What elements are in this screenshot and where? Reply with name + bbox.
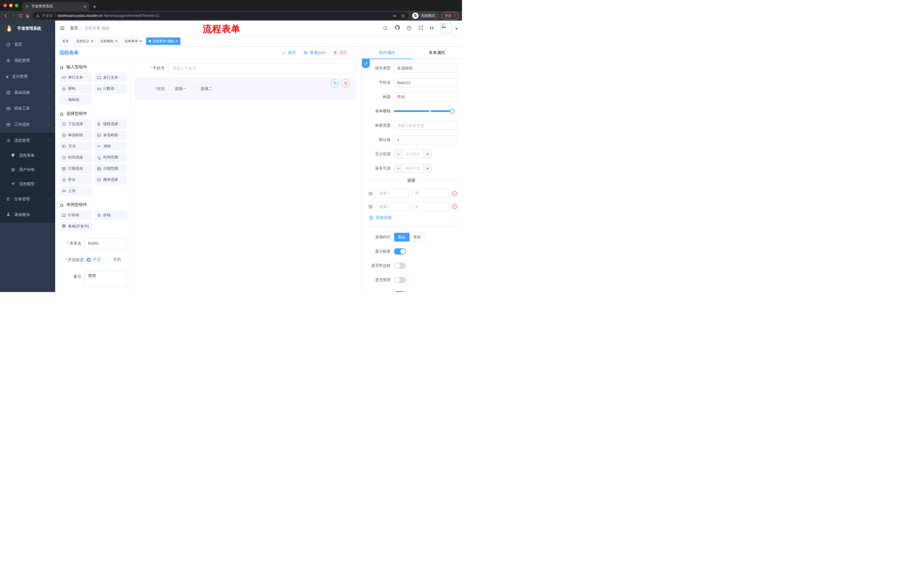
title-input[interactable] — [394, 92, 457, 102]
gender-option-1[interactable]: 选项一 — [168, 86, 186, 91]
option-value-input[interactable] — [412, 202, 449, 211]
status-radio-off[interactable]: 关闭 — [107, 257, 121, 262]
password-key-icon[interactable] — [393, 14, 397, 18]
remark-textarea[interactable]: 嘿嘿 — [84, 271, 127, 287]
component-item-single-text[interactable]: 单行文本 — [59, 72, 92, 82]
component-item-time-range[interactable]: 时间范围 — [94, 153, 127, 162]
canvas-field-phone[interactable]: *手机号 — [134, 63, 355, 73]
window-zoom-button[interactable] — [15, 4, 18, 7]
form-name-input[interactable] — [84, 238, 127, 248]
avatar[interactable] — [441, 23, 451, 34]
sidebar-item-system[interactable]: 系统管理 — [0, 53, 55, 69]
font-size-icon[interactable]: tT — [430, 26, 434, 31]
option-value-input[interactable] — [412, 189, 449, 198]
fullscreen-icon[interactable] — [418, 25, 423, 31]
checkbox-box[interactable] — [194, 87, 198, 91]
form-grid-slider[interactable] — [394, 110, 452, 112]
home-button[interactable] — [25, 14, 30, 18]
stepper-decrease-button[interactable] — [394, 164, 402, 173]
tag-close-icon[interactable] — [140, 40, 142, 42]
style-button-button[interactable]: 按钮 — [409, 233, 424, 242]
component-item-counter[interactable]: 123 计数器 — [94, 84, 127, 94]
security-warning-icon[interactable] — [36, 14, 40, 18]
stepper-decrease-button[interactable] — [394, 150, 402, 158]
phone-input[interactable] — [168, 63, 355, 73]
copy-component-button[interactable] — [331, 79, 339, 87]
option-label-input[interactable] — [376, 202, 409, 211]
clear-button[interactable]: 清空 — [333, 50, 347, 56]
sidebar-item-user-group[interactable]: 用户分组 — [0, 163, 55, 177]
drag-handle-icon[interactable] — [368, 191, 373, 196]
view-json-button[interactable]: 查看json — [303, 50, 326, 56]
avatar-caret-icon[interactable] — [455, 26, 458, 31]
reload-button[interactable] — [18, 14, 23, 18]
tag-home[interactable]: 首页 — [59, 38, 71, 45]
disabled-toggle[interactable] — [394, 277, 406, 283]
component-item-switch[interactable]: 开关 — [59, 141, 92, 151]
sidebar-item-home[interactable]: 首页 — [0, 36, 55, 53]
tab-close-icon[interactable] — [84, 5, 86, 8]
label-width-input[interactable] — [394, 121, 457, 130]
sidebar-collapse-icon[interactable] — [59, 25, 66, 32]
add-option-button[interactable]: 添加选项 — [369, 215, 457, 220]
tag-close-icon[interactable] — [91, 40, 93, 42]
tag-process-definition[interactable]: 流程定义 — [73, 38, 96, 45]
component-item-row-container[interactable]: 行容器 — [59, 210, 92, 220]
show-label-toggle[interactable] — [394, 248, 406, 255]
component-item-date-range[interactable]: 日期范围 — [94, 164, 127, 173]
component-item-cascader[interactable]: 级联选择 — [94, 119, 127, 129]
stepper-value[interactable]: 最多可选 — [402, 164, 423, 173]
component-item-slider[interactable]: 滑块 — [94, 141, 127, 151]
address-bar[interactable]: 不安全 dashboard.yudao.iocoder.cn/bpm/manag… — [33, 12, 409, 20]
component-item-time-picker[interactable]: 时间选择 — [59, 153, 92, 162]
tag-process-form[interactable]: 流程表单 — [122, 38, 144, 45]
option-label-input[interactable] — [376, 189, 409, 198]
canvas-field-gender-selected[interactable]: *性别 选项一 选项二 — [134, 77, 355, 100]
tag-close-icon[interactable] — [115, 40, 117, 42]
tag-process-form-edit[interactable]: 流程表单-编辑 — [146, 38, 180, 45]
remove-option-button[interactable] — [452, 191, 457, 196]
forward-button[interactable] — [11, 13, 15, 18]
new-tab-button[interactable] — [92, 5, 97, 9]
style-default-button[interactable]: 默认 — [394, 233, 409, 242]
checkbox-box[interactable] — [168, 87, 172, 91]
component-item-editor[interactable]: 编辑器 — [59, 95, 92, 105]
sidebar-item-infra[interactable]: 基础设施 — [0, 85, 55, 100]
form-canvas[interactable]: *手机号 *性别 选项一 选项二 — [131, 59, 361, 292]
component-item-checkbox-group[interactable]: 多选框组 — [94, 130, 127, 140]
window-minimize-button[interactable] — [9, 4, 13, 7]
component-item-upload[interactable]: 上传 — [59, 186, 92, 196]
stepper-increase-button[interactable] — [423, 164, 431, 173]
security-label[interactable]: 不安全 — [42, 13, 53, 18]
github-icon[interactable] — [394, 25, 400, 31]
stepper-value[interactable]: 至少应选 — [402, 150, 423, 158]
tag-process-model[interactable]: 流程模型 — [97, 38, 120, 45]
sidebar-item-process-form[interactable]: 流程表单 — [0, 148, 55, 163]
sidebar-item-workflow[interactable]: 工作流程 — [0, 117, 55, 133]
tab-component-props[interactable]: 组件属性 — [362, 46, 412, 59]
stepper-increase-button[interactable] — [423, 150, 431, 158]
back-button[interactable] — [3, 13, 8, 18]
component-item-table[interactable]: 表格[开发中] — [59, 221, 92, 231]
bookmark-star-icon[interactable] — [401, 14, 405, 18]
browser-menu-dots-icon[interactable] — [454, 13, 455, 18]
sidebar-item-process-model[interactable]: 流程模型 — [0, 177, 55, 191]
app-logo[interactable]: 芋道管理系统 — [0, 21, 55, 36]
component-item-multi-text[interactable]: 多行文本 — [94, 72, 127, 82]
update-button[interactable]: 更新 — [441, 12, 459, 20]
sidebar-item-devtools[interactable]: 研发工具 — [0, 100, 55, 117]
sidebar-item-task-mgmt[interactable]: 任务管理 — [0, 191, 55, 207]
component-item-radio-group[interactable]: 单选框组 — [59, 130, 92, 140]
gender-option-2[interactable]: 选项二 — [194, 86, 213, 91]
tab-form-props[interactable]: 表单属性 — [412, 46, 462, 59]
help-icon[interactable] — [406, 26, 412, 31]
sidebar-item-process-mgmt[interactable]: 流程管理 — [0, 133, 55, 148]
search-icon[interactable] — [383, 26, 388, 31]
status-radio-on[interactable]: 开启 — [87, 257, 101, 262]
breadcrumb-home[interactable]: 首页 — [70, 26, 78, 31]
save-button[interactable]: 保存 — [282, 50, 296, 56]
required-toggle[interactable] — [394, 291, 406, 292]
component-item-password[interactable]: 密码 — [59, 84, 92, 94]
delete-component-button[interactable] — [342, 79, 350, 87]
field-link-tab[interactable] — [362, 59, 370, 68]
